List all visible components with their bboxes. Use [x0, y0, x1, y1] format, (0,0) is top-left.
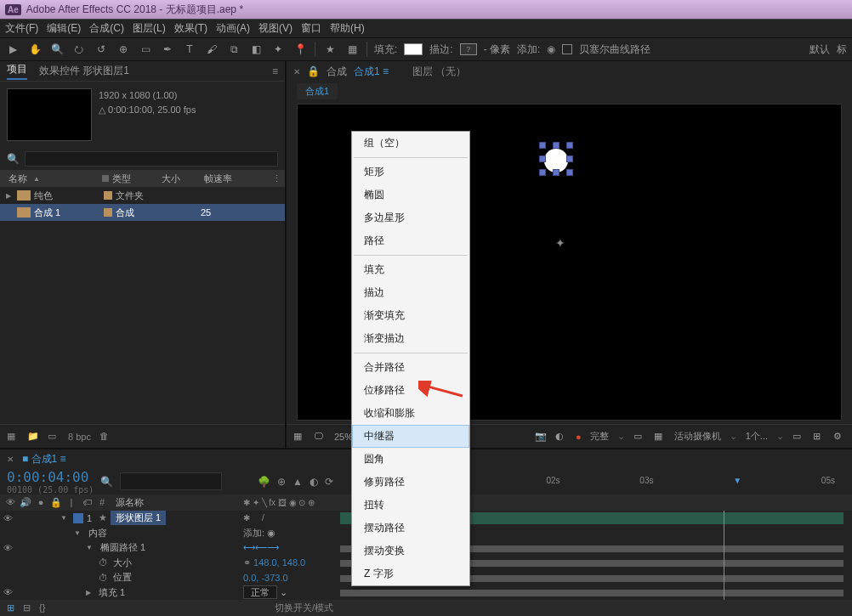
playhead-line[interactable]: [724, 511, 724, 525]
tlf-ico2[interactable]: ⊟: [23, 602, 31, 613]
resolution-dropdown[interactable]: 完整: [590, 430, 609, 443]
stroke-swatch[interactable]: ?: [460, 43, 477, 55]
new-folder-icon[interactable]: 📁: [27, 431, 39, 443]
switch-modes-label[interactable]: 切换开关/模式: [275, 602, 333, 614]
tab-project[interactable]: 项目: [7, 62, 27, 80]
ctx-group[interactable]: 组（空）: [352, 132, 469, 155]
fill-prop[interactable]: 填充 1: [94, 586, 125, 599]
rotate-tool-icon[interactable]: ↺: [94, 42, 109, 57]
vf-ico3[interactable]: ⚙: [833, 431, 845, 443]
add-dropdown-icon[interactable]: ◉: [547, 43, 555, 55]
interpret-icon[interactable]: ▦: [7, 431, 19, 443]
solo-col-icon[interactable]: ●: [34, 497, 48, 507]
toggle-icon[interactable]: ◐: [555, 431, 567, 443]
size-prop[interactable]: 大小: [108, 557, 132, 569]
camera-dropdown[interactable]: 活动摄像机: [674, 430, 721, 443]
col-type[interactable]: 类型: [97, 172, 156, 185]
add-content[interactable]: 添加: ◉: [243, 527, 337, 540]
hand-tool-icon[interactable]: ✋: [27, 42, 43, 57]
timeline-timecode[interactable]: 0:00:04:00: [7, 469, 94, 485]
comp-breadcrumb[interactable]: 合成1: [297, 83, 338, 99]
ellipse-path-label[interactable]: 椭圆路径 1: [95, 541, 145, 554]
selection-tool-icon[interactable]: ▶: [5, 42, 20, 57]
shape-star-icon[interactable]: ★: [322, 42, 338, 57]
timeline-tab[interactable]: ■ 合成1 ≡: [22, 452, 66, 466]
lock-icon[interactable]: 🔒: [307, 65, 320, 77]
handle-bm[interactable]: [553, 169, 559, 176]
screen-icon[interactable]: 🖵: [314, 431, 326, 443]
bezier-checkbox[interactable]: [562, 44, 572, 54]
vf-ico1[interactable]: ▭: [792, 431, 804, 443]
region-icon[interactable]: ▭: [633, 431, 645, 443]
menu-file[interactable]: 文件(F): [5, 21, 38, 36]
lock-col-icon[interactable]: 🔒: [49, 497, 63, 508]
tl-ico3[interactable]: ▲: [293, 476, 303, 488]
brush-tool-icon[interactable]: 🖌: [204, 42, 219, 57]
handle-rm[interactable]: [566, 155, 573, 162]
tab-effect-controls[interactable]: 效果控件 形状图层1: [39, 64, 129, 78]
project-row-comp1[interactable]: 合成 1 合成 25: [0, 204, 285, 221]
audio-col-icon[interactable]: 🔊: [19, 497, 32, 508]
ctx-offset-paths[interactable]: 位移路径: [352, 379, 469, 402]
handle-lm[interactable]: [539, 155, 546, 162]
ctx-rectangle[interactable]: 矩形: [352, 161, 469, 184]
ctx-gradient-fill[interactable]: 渐变填充: [352, 304, 469, 327]
tl-ico1[interactable]: 🌳: [258, 476, 270, 488]
col-fps[interactable]: 帧速率: [199, 172, 241, 185]
pen-tool-icon[interactable]: ✒: [160, 42, 175, 57]
source-name-col[interactable]: 源名称: [111, 496, 241, 509]
handle-br[interactable]: [566, 169, 573, 176]
ctx-gradient-stroke[interactable]: 渐变描边: [352, 327, 469, 350]
fill-swatch[interactable]: [404, 43, 423, 55]
tl-ico2[interactable]: ⊕: [277, 476, 286, 488]
bpc-label[interactable]: 8 bpc: [68, 432, 91, 442]
vf-ico2[interactable]: ⊞: [813, 431, 825, 443]
anchor-point-icon[interactable]: ✦: [555, 236, 565, 250]
expand-label[interactable]: 标: [837, 42, 847, 57]
tlf-ico3[interactable]: {}: [39, 602, 45, 613]
panel-menu-icon[interactable]: ≡: [272, 65, 278, 77]
zoom-tool-icon[interactable]: 🔍: [49, 42, 65, 57]
eraser-tool-icon[interactable]: ◧: [248, 42, 264, 57]
tlf-ico1[interactable]: ⊞: [7, 602, 14, 613]
new-comp-icon[interactable]: ▭: [48, 431, 60, 443]
ctx-pucker-bloat[interactable]: 收缩和膨胀: [352, 402, 469, 425]
views-dropdown[interactable]: 1个...: [746, 430, 768, 443]
col-menu-icon[interactable]: ⋮: [272, 173, 281, 184]
blend-mode-dropdown[interactable]: 正常: [243, 585, 277, 599]
trash-icon[interactable]: 🗑: [99, 431, 111, 443]
alpha-icon[interactable]: ▦: [293, 431, 305, 443]
anchor-tool-icon[interactable]: ⊕: [116, 42, 131, 57]
menu-effect[interactable]: 效果(T): [174, 21, 207, 36]
layer-color[interactable]: [73, 513, 83, 523]
col-name[interactable]: 名称▲: [3, 172, 97, 185]
ctx-trim-paths[interactable]: 修剪路径: [352, 471, 469, 494]
mask-icon[interactable]: ●: [576, 432, 582, 442]
ctx-stroke[interactable]: 描边: [352, 281, 469, 304]
mask-tool-icon[interactable]: ▭: [138, 42, 153, 57]
menu-help[interactable]: 帮助(H): [330, 21, 365, 36]
orbit-tool-icon[interactable]: ⭮: [71, 42, 87, 57]
grid-icon[interactable]: ▦: [654, 431, 666, 443]
zoom-level[interactable]: 25%: [334, 432, 353, 442]
comp-thumbnail[interactable]: [7, 88, 92, 141]
text-tool-icon[interactable]: T: [182, 42, 197, 57]
ctx-wiggle-transform[interactable]: 摆动变换: [352, 540, 469, 562]
ctx-repeater[interactable]: 中继器: [352, 425, 469, 448]
menu-layer[interactable]: 图层(L): [133, 21, 166, 36]
comp-tab-name[interactable]: 合成1 ≡: [354, 65, 389, 79]
puppet-tool-icon[interactable]: 📍: [293, 42, 308, 57]
tl-close-icon[interactable]: ✕: [7, 455, 14, 464]
ctx-round-corners[interactable]: 圆角: [352, 448, 469, 471]
roto-tool-icon[interactable]: ✦: [270, 42, 286, 57]
ctx-path[interactable]: 路径: [352, 229, 469, 252]
menu-window[interactable]: 窗口: [301, 21, 321, 36]
handle-tm[interactable]: [553, 142, 559, 149]
timeline-search-input[interactable]: [120, 472, 222, 490]
handle-bl[interactable]: [539, 169, 546, 176]
tl-ico4[interactable]: ◐: [310, 476, 318, 488]
menu-animation[interactable]: 动画(A): [216, 21, 250, 36]
col-size[interactable]: 大小: [156, 172, 199, 185]
ctx-fill[interactable]: 填充: [352, 258, 469, 281]
shape-grid-icon[interactable]: ▦: [344, 42, 360, 57]
